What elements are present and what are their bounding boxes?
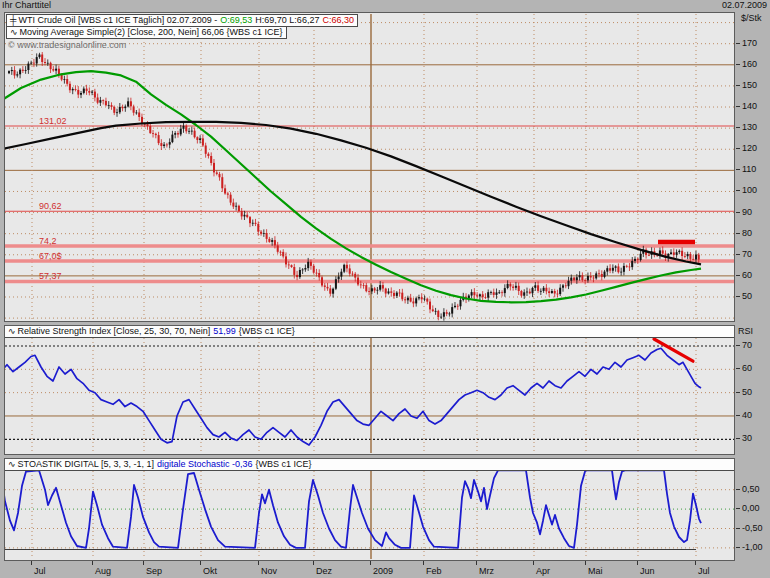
candle-body [451,307,453,314]
rsi-trendline[interactable] [654,339,693,361]
candle-body [352,274,354,275]
candle-body [368,291,370,292]
tick-mark [736,212,740,213]
tick-mark [736,528,740,529]
support-level-label: 74,2 [39,236,57,246]
candle-body [662,250,664,253]
rsi-panel[interactable]: ∿Relative Strength Index [Close, 25, 30,… [4,325,735,455]
candle-body [471,292,473,295]
candle-body [27,64,29,70]
candle-body [119,107,121,112]
candle-body [75,89,77,90]
candle-body [545,288,547,292]
tick-mark [736,254,740,255]
candle-body [321,277,323,285]
candle-body [280,252,282,253]
rsi-axis-label: 50 [736,387,752,397]
time-axis: JulAugSepOktNovDez2009FebMrzAprMaiJunJul [0,561,770,578]
candle-body [33,63,35,64]
candle-body [263,233,265,234]
candle-body [609,268,611,271]
candle-body [382,285,384,288]
wave-icon: ∿ [10,27,18,37]
price-chart-plot[interactable]: 131,0290,6274,267,0$57,37 [5,13,734,321]
candle-body [332,289,334,294]
stochastic-plot[interactable] [5,459,734,560]
candle-body [213,163,215,173]
candle-body [138,113,140,118]
price-axis-label: 170 [736,38,757,48]
candle-body [72,89,74,90]
candle-body [676,252,678,255]
candle-body [130,101,132,106]
tick-mark [736,233,740,234]
candle-body [678,251,680,252]
tick-mark [736,438,740,439]
candle-body [108,105,110,106]
candle-body [36,57,38,63]
tick-mark [736,415,740,416]
month-label: Jul [34,566,46,576]
candle-body [407,298,409,301]
candle-body [185,126,187,132]
candle-body [557,294,559,295]
ma-legend[interactable]: ∿Moving Average Simple(2) [Close, 200, N… [6,26,287,39]
candle-body [152,133,154,134]
candle-body [412,302,414,304]
candle-body [163,145,165,147]
support-level-label: 90,62 [39,201,62,211]
candle-body [617,266,619,272]
candle-body [207,154,209,156]
price-axis-label: 70 [736,249,752,259]
month-label: Sep [146,566,162,576]
candle-body [687,254,689,256]
candle-body [390,291,392,292]
stochastic-panel[interactable]: ∿STOASTIK DIGITAL [5, 3, 3, -1, 1]digita… [4,458,735,561]
candle-body [540,291,542,292]
candle-body [241,211,243,216]
wave-icon: ∿ [8,459,16,469]
candle-body [80,93,82,95]
candle-body [244,215,246,217]
candle-body [640,254,642,260]
candle-body [498,292,500,293]
candle-body [191,131,193,132]
candle-body [454,306,456,307]
rsi-legend[interactable]: ∿Relative Strength Index [Close, 25, 30,… [5,326,734,338]
candle-body [39,55,41,58]
candle-body [77,90,79,95]
candle-body [180,129,182,135]
stoch-axis-label: 0,50 [736,484,760,494]
price-panel[interactable]: ╪WTI Crude Oil [WBS c1 ICE Täglich] 02.0… [4,12,735,322]
candle-body [127,101,129,106]
rsi-plot[interactable] [5,326,734,454]
candle-body [385,289,387,294]
candle-body [393,293,395,296]
ma-200-line [5,122,701,264]
candle-body [55,69,57,71]
candle-body [562,285,564,287]
candle-body [437,311,439,317]
candle-body [587,276,589,280]
support-level-label: 131,02 [39,116,67,126]
candle-body [205,146,207,154]
stochastic-legend[interactable]: ∿STOASTIK DIGITAL [5, 3, 3, -1, 1]digita… [5,459,734,471]
candle-body [626,266,628,267]
candle-body [296,275,298,277]
candle-body [526,292,528,293]
month-tick-mark [258,561,259,565]
rsi-label: Relative Strength Index [Close, 25, 30, … [18,326,211,336]
candle-body [19,70,21,75]
candle-body [548,291,550,293]
candle-body [155,134,157,135]
month-tick-mark [637,561,638,565]
candle-body [88,91,90,93]
open-value: O:69,53 [220,15,252,25]
candle-body [518,286,520,291]
tick-mark [736,169,740,170]
candle-body [113,107,115,113]
tick-mark [736,85,740,86]
candle-body [149,126,151,133]
candle-body [216,173,218,174]
month-label: Jul [698,566,710,576]
